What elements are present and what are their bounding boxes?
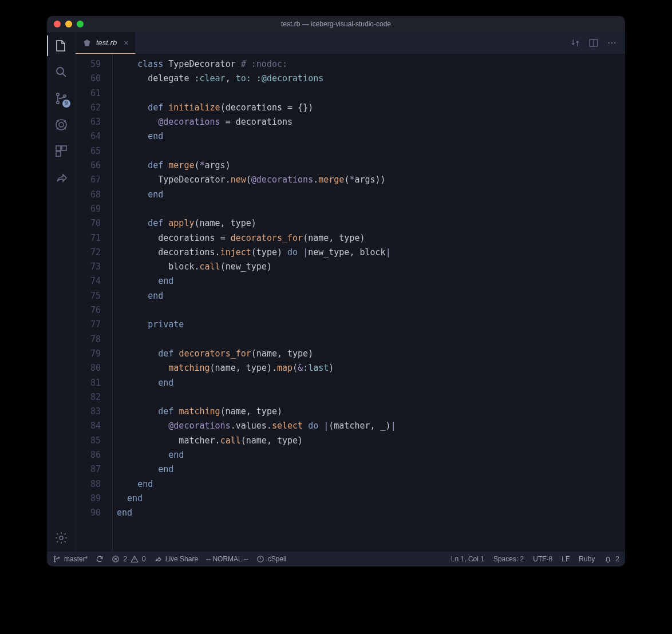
scm-badge: 9 [62,100,70,108]
problems-status[interactable]: 2 0 [112,555,145,563]
tab-bar: test.rb × [76,32,625,54]
code-editor[interactable]: 5960616263646566676869707172737475767778… [76,54,625,552]
svg-point-2 [56,101,58,104]
eol-status[interactable]: LF [562,555,570,563]
git-branch-status[interactable]: master* [53,555,88,563]
svg-point-14 [54,556,55,557]
svg-rect-7 [62,146,66,150]
tab-close-icon[interactable]: × [124,38,128,47]
editor-actions [562,32,625,54]
svg-point-5 [59,122,64,127]
cspell-status[interactable]: cSpell [256,555,287,563]
svg-point-11 [608,42,610,43]
vim-mode-status: -- NORMAL -- [206,555,248,563]
tab-label: test.rb [96,38,117,47]
debug-icon[interactable] [53,117,69,133]
svg-point-0 [57,68,64,74]
warning-icon [131,555,139,563]
svg-rect-8 [56,152,61,156]
svg-point-15 [54,561,55,562]
svg-point-13 [614,42,615,43]
titlebar[interactable]: test.rb — iceberg-visual-studio-code [47,16,625,32]
notifications-status[interactable]: 2 [604,555,619,563]
explorer-icon[interactable] [53,38,69,54]
activity-bar: 9 [47,32,76,552]
language-mode-status[interactable]: Ruby [579,555,595,563]
liveshare-status[interactable]: Live Share [154,555,198,563]
cursor-position-status[interactable]: Ln 1, Col 1 [451,555,484,563]
window-title: test.rb — iceberg-visual-studio-code [47,20,625,28]
indentation-status[interactable]: Spaces: 2 [493,555,524,563]
error-icon [112,555,120,563]
more-actions-icon[interactable] [607,38,617,48]
bell-icon [604,555,612,563]
svg-point-9 [60,536,63,540]
editor-group: test.rb × 596061626364656667686970717273… [76,32,625,552]
search-icon[interactable] [53,64,69,80]
status-bar: master* 2 0 Live Share -- NORMAL -- cSpe… [47,552,625,566]
svg-point-1 [56,93,58,96]
tab-test-rb[interactable]: test.rb × [76,32,136,54]
source-control-icon[interactable]: 9 [53,90,69,106]
sync-icon[interactable] [96,555,104,563]
liveshare-icon[interactable] [53,169,69,185]
settings-gear-icon[interactable] [53,530,69,546]
ruby-file-icon [82,38,92,47]
svg-point-12 [611,42,612,43]
encoding-status[interactable]: UTF-8 [533,555,552,563]
svg-rect-6 [56,146,61,150]
code-content[interactable]: class TypeDecorator # :nodoc: delegate :… [112,57,625,521]
extensions-icon[interactable] [53,143,69,159]
compare-changes-icon[interactable] [570,38,580,48]
line-number-gutter: 5960616263646566676869707172737475767778… [76,54,112,552]
split-editor-icon[interactable] [588,38,599,48]
vscode-window: test.rb — iceberg-visual-studio-code 9 [47,16,625,566]
